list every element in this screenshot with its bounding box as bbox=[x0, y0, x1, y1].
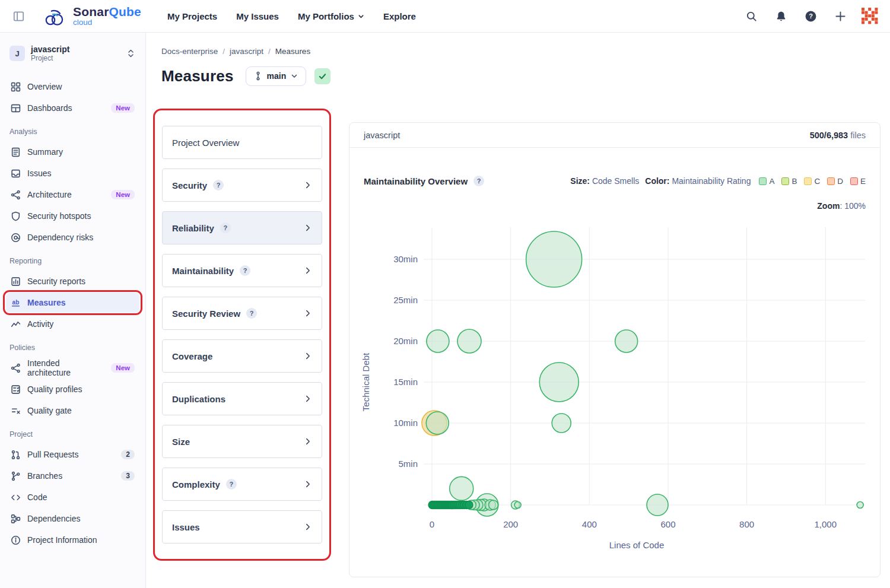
sidebar-item-architecture[interactable]: ArchitectureNew bbox=[6, 185, 139, 205]
sidebar-item-label: Activity bbox=[27, 319, 53, 329]
chart-bubble[interactable] bbox=[615, 330, 638, 352]
nav-link-label: Explore bbox=[383, 11, 416, 21]
y-axis-title: Technical Debt bbox=[361, 352, 371, 411]
nav-link-explore[interactable]: Explore bbox=[383, 11, 416, 21]
help-icon[interactable]: ? bbox=[246, 308, 257, 319]
sidebar-item-pull-requests[interactable]: Pull Requests2 bbox=[6, 444, 139, 465]
chart-bubble[interactable] bbox=[465, 501, 473, 509]
sidebar-item-activity[interactable]: Activity bbox=[6, 314, 139, 334]
files-count-label: files bbox=[850, 131, 866, 140]
chart-legend: Size: Code Smells Color: Maintainability… bbox=[570, 176, 866, 186]
count-badge: 3 bbox=[121, 471, 135, 481]
sidebar-item-code[interactable]: Code bbox=[6, 487, 139, 507]
sidebar-item-dependencies[interactable]: Dependencies bbox=[6, 508, 139, 529]
nav-link-my-portfolios[interactable]: My Portfolios bbox=[298, 11, 364, 21]
svg-text:0: 0 bbox=[430, 519, 434, 529]
measures-nav-reliability[interactable]: Reliability? bbox=[162, 211, 322, 244]
sidebar-item-overview[interactable]: Overview bbox=[6, 77, 139, 97]
svg-text:800: 800 bbox=[739, 519, 754, 529]
measures-nav-maintainability[interactable]: Maintainability? bbox=[162, 254, 322, 287]
files-count: 500/6,983 files bbox=[810, 131, 866, 140]
chevron-right-icon bbox=[304, 224, 312, 232]
maintainability-chart-panel: javascript 500/6,983 files Maintainabili… bbox=[349, 122, 881, 577]
chart-bubble[interactable] bbox=[450, 476, 473, 500]
measures-nav-complexity[interactable]: Complexity? bbox=[162, 468, 322, 501]
chart-bubble[interactable] bbox=[552, 414, 571, 433]
chart-help-icon[interactable]: ? bbox=[473, 176, 484, 186]
help-icon[interactable]: ? bbox=[213, 180, 224, 190]
user-avatar[interactable] bbox=[862, 8, 878, 24]
branch-selector[interactable]: main bbox=[246, 66, 307, 86]
search-icon[interactable] bbox=[743, 8, 759, 24]
sidebar-item-project-information[interactable]: Project Information bbox=[6, 530, 139, 550]
chart-bubble[interactable] bbox=[457, 329, 481, 353]
branch-icon bbox=[11, 471, 21, 481]
sidebar-item-summary[interactable]: Summary bbox=[6, 142, 139, 162]
sidebar-item-security-hotspots[interactable]: Security hotspots bbox=[6, 206, 139, 226]
measures-nav-issues[interactable]: Issues bbox=[162, 510, 322, 543]
sidebar-item-quality-profiles[interactable]: Quality profiles bbox=[6, 379, 139, 399]
chart-bubble[interactable] bbox=[539, 363, 578, 402]
chart-bubble[interactable] bbox=[857, 502, 863, 508]
sidebar-item-label: Architecture bbox=[27, 190, 72, 199]
help-icon[interactable]: ? bbox=[220, 223, 231, 233]
measures-nav-coverage[interactable]: Coverage bbox=[162, 339, 322, 373]
project-switcher[interactable]: J javascript Project bbox=[6, 41, 139, 66]
svg-text:600: 600 bbox=[660, 519, 675, 529]
sidebar-item-label: Measures bbox=[27, 298, 66, 307]
files-count-value: 500/6,983 bbox=[810, 131, 848, 140]
dashboards-icon bbox=[11, 103, 21, 113]
sonarqube-logo[interactable]: SonarQube cloud bbox=[43, 5, 141, 27]
measures-nav-security[interactable]: Security? bbox=[162, 169, 322, 202]
measures-nav-security-review[interactable]: Security Review? bbox=[162, 297, 322, 330]
help-icon[interactable]: ? bbox=[802, 8, 819, 24]
help-icon[interactable]: ? bbox=[240, 265, 250, 276]
sidebar-item-intended-architecture[interactable]: Intended architectureNew bbox=[6, 358, 139, 378]
sidebar-item-quality-gate[interactable]: Quality gate bbox=[6, 401, 139, 421]
breadcrumb-separator: / bbox=[268, 47, 271, 56]
new-badge: New bbox=[111, 190, 135, 199]
sidebar-item-label: Code bbox=[27, 492, 47, 502]
sidebar-item-label: Pull Requests bbox=[27, 450, 78, 459]
svg-text:15min: 15min bbox=[393, 377, 418, 387]
measures-nav-label: Maintainability bbox=[172, 266, 234, 276]
breadcrumb-project[interactable]: javascript bbox=[230, 47, 263, 56]
sidebar-item-measures[interactable]: abMeasures bbox=[6, 293, 139, 313]
sidebar-section-reporting: Reporting bbox=[6, 249, 139, 270]
sidebar-item-issues[interactable]: Issues bbox=[6, 163, 139, 183]
breadcrumb-current: Measures bbox=[275, 47, 310, 56]
main-content: Docs-enterprise / javascript / Measures … bbox=[146, 33, 890, 588]
measures-nav-duplications[interactable]: Duplications bbox=[162, 382, 322, 415]
svg-text:?: ? bbox=[809, 12, 813, 20]
sidebar-item-security-reports[interactable]: Security reports bbox=[6, 271, 139, 291]
sidebar-item-branches[interactable]: Branches3 bbox=[6, 466, 139, 486]
sidebar-item-dashboards[interactable]: DashboardsNew bbox=[6, 98, 139, 118]
breadcrumb-org[interactable]: Docs-enterprise bbox=[161, 47, 218, 56]
sidebar-section-analysis: Analysis bbox=[6, 119, 139, 141]
check-icon bbox=[318, 72, 327, 81]
shield-icon bbox=[11, 211, 21, 221]
measures-nav-project-overview[interactable]: Project Overview bbox=[162, 126, 322, 159]
sidebar-item-label: Intended architecture bbox=[27, 358, 104, 377]
notifications-bell-icon[interactable] bbox=[773, 8, 789, 24]
chart-bubble[interactable] bbox=[514, 502, 521, 508]
chart-bubble[interactable] bbox=[427, 330, 449, 352]
sidebar-item-dependency-risks[interactable]: Dependency risks bbox=[6, 227, 139, 247]
nav-link-my-issues[interactable]: My Issues bbox=[236, 11, 279, 21]
chevron-right-icon bbox=[304, 266, 312, 275]
chart-bubble[interactable] bbox=[526, 231, 582, 287]
measures-nav-size[interactable]: Size bbox=[162, 425, 322, 458]
sidebar-section-project: Project bbox=[6, 422, 139, 443]
sidebar-menu: OverviewDashboardsNewAnalysisSummaryIssu… bbox=[6, 77, 139, 550]
chevron-down-icon bbox=[291, 72, 298, 80]
create-plus-icon[interactable] bbox=[832, 8, 848, 24]
chart-bubble[interactable] bbox=[647, 494, 668, 516]
dependency-icon bbox=[11, 233, 21, 243]
sidebar-collapse-icon[interactable] bbox=[11, 8, 26, 24]
nav-link-my-projects[interactable]: My Projects bbox=[167, 11, 217, 21]
chevron-right-icon bbox=[304, 181, 312, 189]
chart-bubble[interactable] bbox=[488, 500, 498, 510]
chart-bubble[interactable] bbox=[426, 412, 449, 434]
overview-icon bbox=[11, 82, 21, 92]
help-icon[interactable]: ? bbox=[226, 479, 237, 490]
